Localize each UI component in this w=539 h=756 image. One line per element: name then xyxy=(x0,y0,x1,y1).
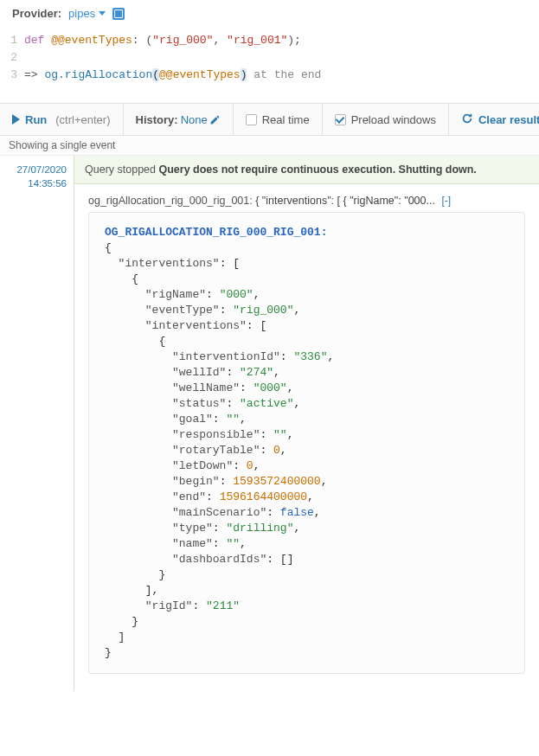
run-hint: (ctrl+enter) xyxy=(55,113,110,126)
run-button[interactable]: Run (ctrl+enter) xyxy=(0,104,124,135)
chevron-down-icon xyxy=(99,11,106,16)
event-message: Query stopped Query does not require con… xyxy=(74,156,539,184)
result-summary: og_rigAllocation_rig_000_rig_001: { "int… xyxy=(74,184,539,212)
result-json: OG_RIGALLOCATION_RIG_000_RIG_001: { "int… xyxy=(88,212,525,674)
event-date: 27/07/2020 xyxy=(0,163,67,176)
provider-value-text: pipes xyxy=(68,7,95,20)
real-time-toggle[interactable]: Real time xyxy=(234,104,323,135)
toolbar: Run (ctrl+enter) History: None Real time… xyxy=(0,103,539,136)
checkbox-icon xyxy=(335,114,346,125)
event-message-prefix: Query stopped xyxy=(85,163,158,176)
event-timestamp: 27/07/2020 14:35:56 xyxy=(0,156,74,691)
book-icon[interactable] xyxy=(112,8,125,20)
event-message-main: Query does not require continuous execut… xyxy=(158,163,476,176)
result-summary-preview: { "interventions": [ { "rigName": "000..… xyxy=(255,195,435,207)
edit-icon xyxy=(208,113,221,126)
history-value: None xyxy=(181,113,208,126)
status-row: Showing a single event xyxy=(0,136,539,156)
play-icon xyxy=(12,114,20,125)
preload-label: Preload windows xyxy=(351,113,436,126)
provider-dropdown[interactable]: pipes xyxy=(68,7,106,20)
code-editor[interactable]: 1def @@eventTypes: ("rig_000", "rig_001"… xyxy=(0,27,539,103)
reload-icon xyxy=(461,112,473,127)
clear-label: Clear results xyxy=(478,113,539,126)
collapse-toggle[interactable]: [-] xyxy=(441,195,451,207)
run-label: Run xyxy=(25,113,47,126)
real-time-label: Real time xyxy=(262,113,310,126)
result-summary-key: og_rigAllocation_rig_000_rig_001: xyxy=(88,195,253,207)
provider-label: Provider: xyxy=(12,7,61,20)
history-cell[interactable]: History: None xyxy=(124,104,234,135)
checkbox-icon xyxy=(246,114,257,125)
event-time-value: 14:35:56 xyxy=(0,176,67,190)
preload-toggle[interactable]: Preload windows xyxy=(323,104,449,135)
clear-results-button[interactable]: Clear results xyxy=(449,104,539,135)
history-label: History: xyxy=(136,113,178,126)
event-row: 27/07/2020 14:35:56 Query stopped Query … xyxy=(0,156,539,691)
